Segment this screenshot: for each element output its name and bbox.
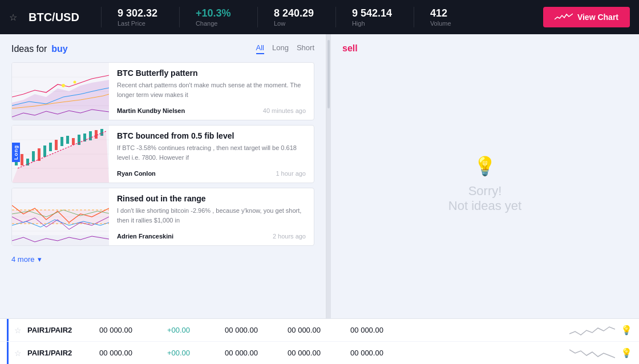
sell-ideas-panel: sell 💡 Sorry! Not ideas yet — [331, 34, 639, 318]
bottom-watchlist: ☆ PAIR1/PAIR2 00 000.00 +00.00 00 000.00… — [0, 318, 639, 364]
idea-author-2: Ryan Conlon — [117, 170, 156, 177]
chart-thumb-2 — [12, 126, 109, 183]
header-divider-1 — [101, 7, 102, 27]
idea-footer-3: Adrien Franceskini 2 hours ago — [117, 233, 306, 240]
volume-value: 412 — [430, 7, 476, 19]
trading-pair: BTC/USD — [29, 11, 79, 24]
idea-thumb-2: Long — [12, 126, 109, 183]
idea-footer-1: Martin Kundby Nielsen 40 minutes ago — [117, 107, 306, 114]
volume-stat: 412 Volume — [430, 7, 476, 27]
idea-body-1: BTC Butterfly pattern Recent chart patte… — [109, 63, 314, 120]
ideas-type: buy — [51, 44, 67, 54]
lightbulb-icon: 💡 — [474, 155, 496, 177]
header-divider-3 — [257, 7, 258, 27]
low-stat: 8 240.29 Low — [274, 7, 320, 27]
empty-text-2: Not ideas yet — [448, 199, 521, 213]
more-label: 4 more — [11, 255, 34, 264]
svg-rect-17 — [43, 145, 46, 157]
pair-row1: PAIR1/PAIR2 — [27, 326, 84, 334]
val4-row2: 00 000.00 — [335, 349, 398, 357]
low-label: Low — [274, 20, 320, 27]
svg-rect-18 — [49, 143, 52, 151]
chart-line-icon — [555, 13, 573, 22]
change-value: +10.3% — [196, 7, 241, 19]
tab-short[interactable]: Short — [297, 43, 314, 54]
header: ☆ BTC/USD 9 302.32 Last Price +10.3% Cha… — [0, 0, 639, 34]
table-row: ☆ PAIR1/PAIR2 00 000.00 +00.00 00 000.00… — [0, 342, 639, 364]
chevron-down-icon: ▾ — [38, 255, 42, 264]
idea-author-1: Martin Kundby Nielsen — [117, 107, 185, 114]
chart-thumb-3 — [12, 188, 109, 245]
idea-long-badge: Long — [12, 143, 20, 162]
idea-card-2[interactable]: Long BTC bounced from 0.5 fib level If B… — [11, 125, 314, 183]
scrollbar[interactable] — [326, 34, 331, 318]
low-value: 8 240.29 — [274, 7, 320, 19]
svg-rect-7 — [12, 110, 109, 120]
change-row1: +00.00 — [147, 326, 210, 334]
idea-card-3[interactable]: Rinsed out in the range I don't like sho… — [11, 188, 314, 246]
val2-row1: 00 000.00 — [210, 326, 273, 334]
svg-rect-13 — [21, 154, 23, 165]
idea-title-1: BTC Butterfly pattern — [117, 68, 306, 78]
change-label: Change — [196, 20, 241, 27]
ideas-header: Ideas for buy All Long Short — [11, 43, 314, 54]
header-divider-4 — [335, 7, 336, 27]
change-row2: +00.00 — [147, 349, 210, 357]
buy-ideas-panel: Ideas for buy All Long Short — [0, 34, 326, 318]
idea-thumb-3 — [12, 188, 109, 245]
ideas-tabs: All Long Short — [256, 43, 314, 54]
svg-rect-22 — [72, 138, 75, 145]
mini-chart-row1 — [569, 322, 615, 338]
favorite-star-icon[interactable]: ☆ — [9, 12, 17, 23]
svg-rect-19 — [55, 140, 58, 150]
view-chart-label: View Chart — [577, 13, 618, 22]
idea-body-3: Rinsed out in the range I don't like sho… — [109, 188, 314, 245]
idea-time-2: 1 hour ago — [276, 170, 306, 177]
val3-row1: 00 000.00 — [273, 326, 335, 334]
idea-desc-2: If BTC -3.58% continues retracing , then… — [117, 143, 306, 167]
val4-row1: 00 000.00 — [335, 326, 398, 334]
last-price-value: 9 302.32 — [118, 7, 163, 19]
idea-time-1: 40 minutes ago — [263, 107, 306, 114]
row-accent-1 — [7, 319, 9, 341]
idea-desc-3: I don't like shorting bitcoin -2.96% , b… — [117, 206, 306, 229]
val2-row2: 00 000.00 — [210, 349, 273, 357]
tab-all[interactable]: All — [256, 43, 264, 54]
idea-author-3: Adrien Franceskini — [117, 233, 173, 240]
val3-row2: 00 000.00 — [273, 349, 335, 357]
svg-rect-15 — [32, 151, 35, 161]
idea-light-icon-row1[interactable]: 💡 — [621, 325, 632, 335]
sell-label: sell — [342, 43, 628, 54]
more-ideas-button[interactable]: 4 more ▾ — [11, 250, 42, 264]
svg-rect-20 — [60, 137, 63, 146]
mini-chart-row2 — [569, 345, 615, 361]
idea-time-3: 2 hours ago — [273, 233, 306, 240]
ideas-prefix: Ideas for — [11, 44, 47, 54]
volume-label: Volume — [430, 20, 476, 27]
pair-row2: PAIR1/PAIR2 — [27, 349, 84, 357]
idea-light-icon-row2[interactable]: 💡 — [621, 347, 632, 358]
last-price-stat: 9 302.32 Last Price — [118, 7, 163, 27]
empty-text-1: Sorry! — [468, 184, 502, 199]
chart-thumb-1 — [12, 63, 109, 120]
svg-rect-21 — [66, 136, 69, 144]
price-row1: 00 000.00 — [84, 326, 147, 334]
header-divider-2 — [179, 7, 180, 27]
scroll-thumb — [327, 40, 330, 108]
idea-desc-1: Recent chart patterns don't make much se… — [117, 80, 306, 104]
svg-point-6 — [74, 81, 76, 84]
high-label: High — [352, 20, 398, 27]
star-icon-row2[interactable]: ☆ — [14, 349, 22, 358]
idea-thumb-1 — [12, 63, 109, 120]
last-price-label: Last Price — [118, 20, 163, 27]
high-value: 9 542.14 — [352, 7, 398, 19]
empty-state: 💡 Sorry! Not ideas yet — [342, 59, 628, 309]
header-divider-5 — [414, 7, 414, 27]
star-icon-row1[interactable]: ☆ — [14, 326, 22, 335]
idea-card-1[interactable]: BTC Butterfly pattern Recent chart patte… — [11, 62, 314, 120]
tab-long[interactable]: Long — [272, 43, 289, 54]
idea-title-2: BTC bounced from 0.5 fib level — [117, 131, 306, 140]
high-stat: 9 542.14 High — [352, 7, 398, 27]
view-chart-button[interactable]: View Chart — [543, 7, 630, 27]
svg-rect-36 — [12, 210, 109, 224]
